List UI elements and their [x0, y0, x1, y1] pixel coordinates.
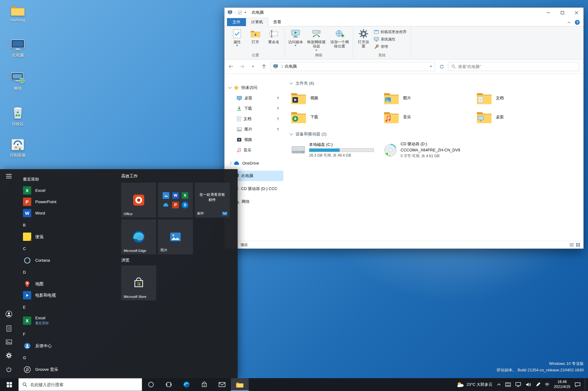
recent-locations-dropdown[interactable]: [248, 62, 258, 71]
letter-header-b[interactable]: B: [18, 219, 121, 231]
action-center-icon[interactable]: [575, 382, 580, 387]
letter-header-f[interactable]: F: [18, 328, 121, 340]
tab-file[interactable]: 文件: [227, 18, 246, 26]
nav-music[interactable]: 音乐: [224, 145, 283, 155]
start-button[interactable]: [0, 378, 18, 391]
back-button[interactable]: [226, 62, 236, 71]
task-view-button[interactable]: [160, 378, 178, 391]
file-explorer-taskbar-button[interactable]: [231, 378, 249, 391]
chevron-down-icon[interactable]: [228, 85, 232, 89]
settings-gear-icon[interactable]: [6, 352, 12, 359]
tab-computer[interactable]: 计算机: [246, 18, 268, 26]
maximize-button[interactable]: [555, 8, 569, 17]
desktop-icon-recycle-bin[interactable]: 回收站: [3, 106, 32, 127]
section-header-devices[interactable]: 设备和驱动器 (2): [288, 130, 583, 139]
taskbar-search-input[interactable]: [30, 382, 138, 387]
hidden-icons-chevron-icon[interactable]: [497, 383, 501, 386]
qat-dropdown-icon[interactable]: [244, 12, 246, 13]
forward-button[interactable]: [237, 62, 247, 71]
breadcrumb-location[interactable]: 此电脑: [285, 64, 297, 69]
address-bar[interactable]: 此电脑: [270, 62, 435, 71]
cortana-button[interactable]: [142, 378, 160, 391]
desktop-icon-this-pc[interactable]: 此电脑: [3, 39, 32, 58]
folder-tile-documents[interactable]: 文档: [476, 89, 569, 108]
tile-edge[interactable]: Microsoft Edge: [121, 219, 156, 254]
app-feedback-hub[interactable]: 反馈中心: [18, 340, 121, 351]
folder-tile-downloads[interactable]: 下载: [291, 108, 383, 127]
app-excel-recent[interactable]: X Excel 最近添加: [18, 313, 121, 328]
explorer-search-box[interactable]: [448, 62, 579, 71]
minimize-button[interactable]: [541, 8, 555, 17]
desktop-icon-hurong[interactable]: HuRong: [3, 5, 32, 22]
weather-widget[interactable]: 23°C 大部多云: [457, 382, 492, 388]
pen-icon[interactable]: [536, 382, 541, 387]
uninstall-button[interactable]: 卸载或更改程序: [373, 29, 409, 35]
refresh-button[interactable]: [437, 62, 446, 71]
edge-taskbar-button[interactable]: [178, 378, 195, 391]
app-excel[interactable]: X Excel: [18, 185, 121, 196]
rename-button[interactable]: 重命名: [265, 27, 283, 52]
ime-indicator[interactable]: 中: [545, 382, 549, 387]
touch-keyboard-icon[interactable]: [505, 382, 511, 387]
mail-taskbar-button[interactable]: [213, 378, 231, 391]
add-network-location-button[interactable]: 添加一个网络位置: [328, 27, 351, 52]
taskbar-search-box[interactable]: [18, 378, 142, 391]
tile-office-apps-group[interactable]: W X P S: [158, 183, 193, 218]
nav-desktop[interactable]: 桌面: [224, 93, 283, 103]
hamburger-menu-icon[interactable]: [6, 174, 12, 178]
pictures-icon[interactable]: [6, 340, 12, 344]
desktop-icon-control-panel[interactable]: 控制面板: [3, 139, 32, 158]
drive-c-tile[interactable]: 本地磁盘 (C:) 26.3 GB 可用, 共 49.4 GB: [291, 139, 383, 161]
address-dropdown[interactable]: [427, 62, 435, 71]
user-account-icon[interactable]: [6, 311, 12, 317]
qat-properties-icon[interactable]: [238, 10, 242, 15]
up-button[interactable]: [259, 62, 269, 71]
collapse-ribbon-icon[interactable]: [567, 21, 571, 24]
app-powerpoint[interactable]: P PowerPoint: [18, 196, 121, 207]
properties-button[interactable]: 属性: [228, 27, 246, 52]
power-icon[interactable]: [6, 366, 12, 373]
tile-microsoft-store[interactable]: Microsoft Store: [121, 265, 156, 300]
app-word[interactable]: W Word: [18, 207, 121, 219]
desktop-icon-network[interactable]: 网络: [3, 72, 32, 91]
thumbnail-view-icon[interactable]: [576, 243, 580, 247]
tile-mail[interactable]: 在一处查看所有邮件 邮件: [195, 183, 230, 218]
folder-tile-videos[interactable]: 视频: [291, 89, 383, 108]
network-status-icon[interactable]: [515, 382, 521, 387]
details-view-icon[interactable]: [569, 243, 574, 247]
close-button[interactable]: [569, 8, 583, 17]
folder-tile-pictures[interactable]: 图片: [383, 89, 476, 108]
letter-header-e[interactable]: E: [18, 301, 121, 313]
store-taskbar-button[interactable]: [195, 378, 213, 391]
map-drive-button[interactable]: 映射网络驱动器: [305, 27, 328, 52]
letter-header-d[interactable]: D: [18, 266, 121, 278]
app-maps[interactable]: 地图: [18, 278, 121, 290]
volume-icon[interactable]: [526, 382, 531, 387]
nav-onedrive[interactable]: OneDrive: [224, 158, 283, 168]
section-header-folders[interactable]: 文件夹 (6): [288, 79, 583, 89]
drive-d-tile[interactable]: CD 驱动器 (D:) CCCOMA_X64FRE_ZH-CN_DV9 0 字节…: [383, 139, 476, 161]
help-icon[interactable]: ?: [575, 20, 580, 25]
tab-view[interactable]: 查看: [268, 18, 286, 26]
nav-downloads[interactable]: 下载: [224, 103, 283, 114]
explorer-search-input[interactable]: [458, 64, 576, 69]
system-properties-button[interactable]: 系统属性: [373, 36, 409, 43]
nav-pictures[interactable]: 图片: [224, 124, 283, 135]
letter-header-h[interactable]: H: [18, 375, 121, 378]
chevron-right-icon[interactable]: [228, 161, 232, 165]
folder-tile-music[interactable]: 音乐: [383, 108, 476, 127]
access-media-button[interactable]: 访问媒体: [287, 27, 304, 52]
letter-header-g[interactable]: G: [18, 351, 121, 364]
app-sticky-notes[interactable]: 便笺: [18, 231, 121, 242]
tile-photos[interactable]: 照片: [158, 219, 193, 254]
app-cortana[interactable]: Cortana: [18, 255, 121, 266]
show-desktop-button[interactable]: [585, 378, 587, 391]
app-movies-tv[interactable]: 电影和电视: [18, 290, 121, 301]
app-groove-music[interactable]: Groove 音乐: [18, 364, 121, 375]
documents-icon[interactable]: [6, 325, 11, 332]
folder-tile-desktop[interactable]: 桌面: [476, 108, 569, 127]
open-settings-button[interactable]: 打开设置: [355, 27, 372, 52]
title-bar[interactable]: 此电脑: [224, 8, 583, 17]
nav-documents[interactable]: 文档: [224, 114, 283, 124]
nav-quick-access[interactable]: 快速访问: [224, 82, 283, 93]
